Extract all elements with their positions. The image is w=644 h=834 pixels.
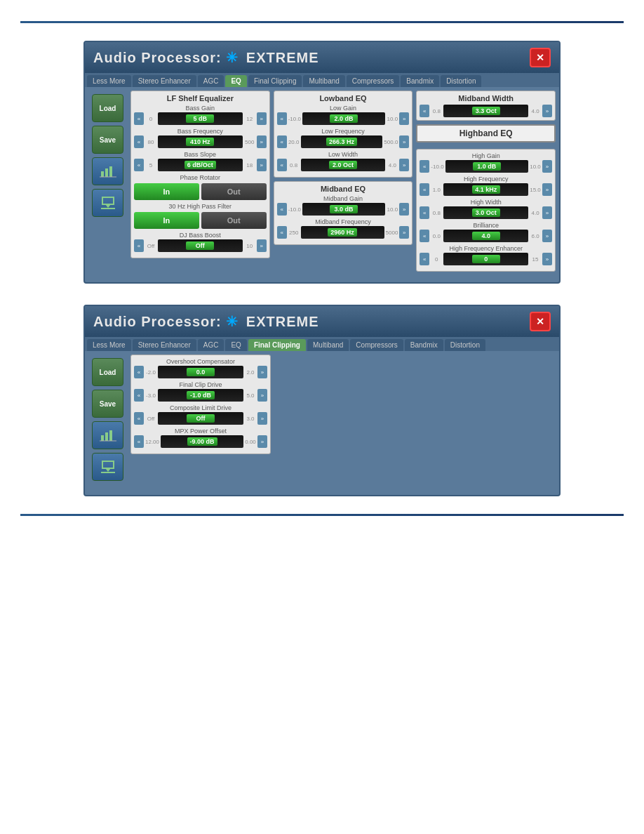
mpx-power-track[interactable]: -9.00 dB [161, 435, 243, 448]
bass-gain-track[interactable]: 5 dB [158, 112, 243, 125]
overshoot-left[interactable]: « [134, 366, 144, 378]
load-button-1[interactable]: Load [92, 94, 123, 122]
high-width-control: High Width « 0.8 3.0 Oct 4.0 » [420, 199, 552, 219]
tab-agc-1[interactable]: AGC [198, 75, 224, 87]
high-gain-right[interactable]: » [542, 160, 552, 173]
bass-gain-left[interactable]: « [134, 112, 144, 125]
bass-slope-right[interactable]: » [257, 159, 267, 171]
low-freq-right[interactable]: » [399, 135, 409, 148]
low-gain-left[interactable]: « [277, 112, 287, 125]
midband-width-left[interactable]: « [420, 105, 429, 117]
bass-freq-track[interactable]: 410 Hz [158, 135, 243, 148]
high-width-right[interactable]: » [542, 206, 552, 219]
save-button-2[interactable]: Save [92, 390, 123, 418]
low-width-right[interactable]: » [399, 159, 409, 171]
mpx-power-right[interactable]: » [257, 435, 267, 448]
low-freq-value: 266.3 Hz [326, 138, 357, 146]
mid-gain-right[interactable]: » [399, 203, 409, 216]
tab-distortion-2[interactable]: Distortion [445, 339, 485, 351]
midband-width-right[interactable]: » [542, 105, 552, 117]
high-freq-track[interactable]: 4.1 kHz [443, 183, 528, 196]
midband-width-track[interactable]: 3.3 Oct [443, 105, 528, 117]
hpf-label: 30 Hz High Pass Filter [134, 203, 267, 210]
load-button-2[interactable]: Load [92, 358, 123, 386]
hpf-out-button[interactable]: Out [201, 212, 267, 229]
tab-bandmix-1[interactable]: Bandmix [401, 75, 439, 87]
high-freq-right[interactable]: » [542, 183, 552, 196]
composite-limit-track[interactable]: Off [158, 412, 243, 425]
panel-header-1: Audio Processor: ✳ EXTREME [85, 42, 559, 73]
mid-freq-left[interactable]: « [277, 226, 287, 239]
tab-stereo-1[interactable]: Stereo Enhancer [133, 75, 196, 87]
tab-bandmix-2[interactable]: Bandmix [405, 339, 443, 351]
highband-eq-box: Highband EQ [416, 124, 556, 143]
high-freq-left[interactable]: « [420, 183, 429, 196]
download-button-1[interactable] [92, 189, 123, 217]
clip-drive-track[interactable]: -1.0 dB [158, 389, 243, 402]
brilliance-right[interactable]: » [542, 230, 552, 242]
bass-freq-left[interactable]: « [134, 135, 144, 148]
highband-column: Midband Width « 0.8 3.3 Oct 4.0 » Highba… [416, 91, 556, 272]
low-width-track[interactable]: 2.0 Oct [301, 159, 386, 171]
high-gain-value: 1.0 dB [473, 162, 501, 171]
composite-limit-left[interactable]: « [134, 412, 144, 425]
phase-in-button[interactable]: In [134, 183, 199, 200]
tab-agc-2[interactable]: AGC [198, 339, 224, 351]
bass-slope-left[interactable]: « [134, 159, 144, 171]
bass-freq-right[interactable]: » [257, 135, 267, 148]
composite-limit-right[interactable]: » [257, 412, 267, 425]
hf-enhancer-left[interactable]: « [420, 253, 429, 265]
tab-multiband-1[interactable]: Multiband [303, 75, 344, 87]
low-width-left[interactable]: « [277, 159, 287, 171]
bass-slope-track[interactable]: 6 dB/Oct [158, 159, 243, 171]
tab-lessmore-1[interactable]: Less More [87, 75, 131, 87]
tab-compressors-2[interactable]: Compressors [350, 339, 403, 351]
hf-enhancer-track[interactable]: 0 [443, 253, 528, 265]
low-freq-track[interactable]: 266.3 Hz [301, 135, 383, 148]
mid-gain-track[interactable]: 3.0 dB [302, 203, 385, 216]
tab-multiband-2[interactable]: Multiband [307, 339, 349, 351]
chart-button-2[interactable] [92, 421, 123, 449]
low-width-max: 4.0 [387, 162, 398, 168]
high-width-left[interactable]: « [420, 206, 429, 219]
clip-drive-right[interactable]: » [257, 389, 267, 402]
clip-drive-left[interactable]: « [134, 389, 144, 402]
overshoot-track[interactable]: 0.0 [158, 366, 243, 378]
save-button-1[interactable]: Save [92, 126, 123, 154]
tab-eq-2[interactable]: EQ [225, 339, 246, 351]
tab-lessmore-2[interactable]: Less More [87, 339, 131, 351]
dj-bass-left[interactable]: « [134, 239, 144, 252]
mpx-power-left[interactable]: « [134, 435, 144, 448]
high-gain-left[interactable]: « [420, 160, 429, 173]
mid-gain-left[interactable]: « [277, 203, 287, 216]
svg-rect-11 [101, 472, 115, 473]
tab-stereo-2[interactable]: Stereo Enhancer [133, 339, 196, 351]
mid-freq-right[interactable]: » [399, 226, 409, 239]
mid-gain-min: -10.0 [288, 206, 301, 213]
high-width-track[interactable]: 3.0 Oct [443, 206, 528, 219]
tab-finalclip-2[interactable]: Final Clipping [248, 339, 306, 351]
tab-distortion-1[interactable]: Distortion [441, 75, 481, 87]
close-button-2[interactable] [530, 312, 551, 331]
brilliance-track[interactable]: 4.0 [443, 230, 528, 242]
mid-freq-track[interactable]: 2960 Hz [301, 226, 384, 239]
hpf-in-button[interactable]: In [134, 212, 199, 229]
dj-bass-track[interactable]: Off [158, 239, 243, 252]
low-gain-right[interactable]: » [399, 112, 409, 125]
hf-enhancer-right[interactable]: » [542, 253, 552, 265]
close-button-1[interactable] [530, 48, 551, 67]
overshoot-right[interactable]: » [257, 366, 267, 378]
download-button-2[interactable] [92, 453, 123, 481]
chart-button-1[interactable] [92, 157, 123, 185]
tab-eq-1[interactable]: EQ [225, 75, 246, 87]
high-gain-track[interactable]: 1.0 dB [445, 160, 528, 173]
brilliance-left[interactable]: « [420, 230, 429, 242]
tab-finalclip-1[interactable]: Final Clipping [248, 75, 302, 87]
dj-bass-right[interactable]: » [257, 239, 267, 252]
high-gain-control: High Gain « -10.0 1.0 dB 10.0 » [420, 152, 552, 173]
low-gain-track[interactable]: 2.0 dB [302, 112, 385, 125]
bass-gain-right[interactable]: » [257, 112, 267, 125]
phase-out-button[interactable]: Out [201, 183, 267, 200]
tab-compressors-1[interactable]: Compressors [347, 75, 399, 87]
low-freq-left[interactable]: « [277, 135, 287, 148]
